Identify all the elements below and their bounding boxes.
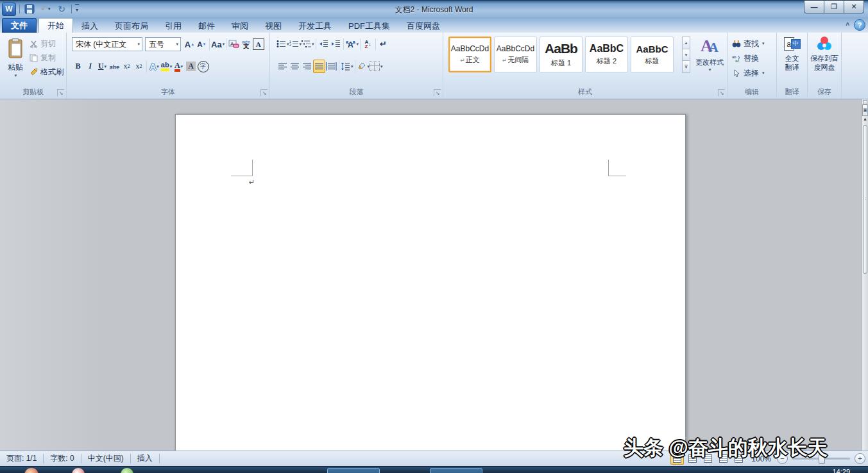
scroll-up-icon[interactable]: ▲ bbox=[862, 117, 868, 121]
clipboard-dialog-launcher[interactable]: ↘ bbox=[57, 89, 64, 96]
zoom-in-button[interactable]: + bbox=[855, 453, 865, 464]
paste-dropdown-icon[interactable]: ▾ bbox=[15, 73, 17, 78]
tab-insert[interactable]: 插入 bbox=[73, 19, 106, 33]
vertical-scrollbar[interactable]: ▣ ▲ bbox=[862, 99, 868, 451]
style-title[interactable]: AaBbC 标题 bbox=[631, 37, 674, 72]
styles-dialog-launcher[interactable]: ↘ bbox=[718, 89, 725, 96]
superscript-button[interactable]: x2 bbox=[133, 60, 145, 73]
distribute-button[interactable] bbox=[325, 60, 337, 73]
font-color-button[interactable]: A▾ bbox=[173, 60, 185, 73]
character-border-button[interactable]: A bbox=[252, 38, 264, 51]
tab-home[interactable]: 开始 bbox=[38, 18, 73, 33]
italic-button[interactable]: I bbox=[84, 60, 96, 73]
enclose-characters-button[interactable]: 字 bbox=[197, 60, 209, 73]
tab-file[interactable]: 文件 bbox=[2, 18, 37, 33]
bullet-list-icon bbox=[277, 40, 286, 48]
styles-more-button[interactable]: ▼ bbox=[682, 60, 690, 73]
taskbar-clock[interactable]: 14:29 bbox=[832, 468, 850, 473]
windows-taskbar[interactable]: 14:29 bbox=[0, 466, 868, 473]
clear-formatting-button[interactable]: A bbox=[228, 38, 240, 51]
restore-button[interactable]: ❐ bbox=[824, 1, 844, 13]
svg-text:A: A bbox=[348, 40, 353, 49]
split-handle[interactable] bbox=[863, 100, 867, 104]
tab-developer[interactable]: 开发工具 bbox=[290, 19, 340, 33]
multilevel-list-button[interactable]: ▾ bbox=[302, 37, 314, 51]
numbering-button[interactable]: 12 ▾ bbox=[289, 37, 302, 51]
pinyin-guide-button[interactable]: wén文 bbox=[240, 38, 252, 51]
find-button[interactable]: 查找▾ bbox=[732, 38, 765, 49]
styles-scroll-down-icon[interactable]: ▼ bbox=[682, 49, 690, 62]
language-indicator[interactable]: 中文(中国) bbox=[81, 451, 130, 466]
taskbar-app-icon[interactable] bbox=[72, 468, 85, 473]
tab-mailings[interactable]: 邮件 bbox=[190, 19, 223, 33]
increase-indent-button[interactable] bbox=[330, 37, 342, 51]
full-translate-button[interactable]: a 中 全文 翻译 bbox=[778, 37, 806, 72]
align-right-icon bbox=[302, 62, 312, 71]
align-right-button[interactable] bbox=[301, 60, 313, 73]
justify-button[interactable] bbox=[313, 60, 325, 73]
select-button[interactable]: 选择▾ bbox=[732, 67, 765, 79]
borders-button[interactable]: ▾ bbox=[370, 60, 383, 73]
font-size-value: 五号 bbox=[149, 39, 173, 50]
replace-button[interactable]: abac 替换 bbox=[732, 53, 765, 64]
increase-indent-icon bbox=[331, 40, 341, 48]
minimize-button[interactable]: — bbox=[804, 1, 824, 13]
style-no-spacing[interactable]: AaBbCcDd ↵无间隔 bbox=[494, 37, 537, 72]
shading-button[interactable]: ▾ bbox=[357, 60, 370, 73]
bold-button[interactable]: B bbox=[72, 60, 84, 73]
tab-baidu-pan[interactable]: 百度网盘 bbox=[398, 19, 448, 33]
line-spacing-button[interactable]: ▾ bbox=[341, 60, 353, 73]
align-center-button[interactable] bbox=[289, 60, 301, 73]
taskbar-app-icon[interactable] bbox=[121, 468, 133, 473]
scissors-icon bbox=[30, 40, 38, 48]
strikethrough-button[interactable]: abe bbox=[108, 60, 121, 73]
change-case-button[interactable]: Aa▾ bbox=[211, 38, 225, 51]
show-hide-marks-button[interactable]: ↵ bbox=[377, 37, 389, 51]
align-left-button[interactable] bbox=[277, 60, 289, 73]
highlight-color-button[interactable]: ab▾ bbox=[160, 60, 173, 73]
underline-button[interactable]: U▾ bbox=[96, 60, 108, 73]
tab-page-layout[interactable]: 页面布局 bbox=[106, 19, 157, 33]
clipboard-icon bbox=[7, 38, 24, 58]
paragraph-group: ▾ 12 ▾ ▾ A ▾ bbox=[270, 33, 443, 99]
font-dialog-launcher[interactable]: ↘ bbox=[260, 89, 268, 96]
subscript-button[interactable]: x2 bbox=[121, 60, 133, 73]
taskbar-window-button[interactable] bbox=[430, 468, 482, 473]
font-size-combo[interactable]: 五号 ▾ bbox=[145, 37, 181, 51]
tab-pdf-tools[interactable]: PDF工具集 bbox=[340, 19, 398, 33]
paragraph-dialog-launcher[interactable]: ↘ bbox=[434, 89, 441, 96]
asian-layout-button[interactable]: A ▾ bbox=[345, 37, 359, 51]
document-page[interactable]: ↵ bbox=[175, 114, 686, 451]
ruler-toggle-button[interactable]: ▣ bbox=[862, 104, 868, 116]
save-to-baidu-button[interactable]: 保存到百 度网盘 bbox=[809, 37, 840, 72]
collapse-ribbon-icon[interactable]: ^ bbox=[846, 22, 849, 29]
copy-button[interactable]: 复制 bbox=[30, 52, 64, 63]
insert-mode-indicator[interactable]: 插入 bbox=[131, 451, 159, 466]
page-indicator[interactable]: 页面: 1/1 bbox=[0, 451, 43, 466]
taskbar-window-button[interactable] bbox=[327, 468, 380, 473]
tab-review[interactable]: 审阅 bbox=[223, 19, 257, 33]
change-styles-button[interactable]: AA 更改样式 ▾ bbox=[694, 35, 726, 90]
paste-button[interactable]: 粘贴 ▾ bbox=[3, 37, 28, 90]
font-family-combo[interactable]: 宋体 (中文正文 ▾ bbox=[72, 37, 142, 51]
close-button[interactable]: ✕ bbox=[844, 1, 864, 13]
tab-references[interactable]: 引用 bbox=[157, 19, 190, 33]
styles-scroll-up-icon[interactable]: ▲ bbox=[682, 37, 690, 49]
style-normal[interactable]: AaBbCcDd ↵正文 bbox=[448, 37, 491, 72]
style-heading2[interactable]: AaBbC 标题 2 bbox=[585, 37, 628, 72]
style-heading1[interactable]: AaBb 标题 1 bbox=[540, 37, 583, 72]
word-count[interactable]: 字数: 0 bbox=[44, 451, 80, 466]
character-shading-button[interactable]: A bbox=[185, 60, 197, 73]
tab-view[interactable]: 视图 bbox=[257, 19, 290, 33]
format-painter-button[interactable]: 格式刷 bbox=[30, 66, 64, 78]
bullets-button[interactable]: ▾ bbox=[277, 37, 289, 51]
decrease-indent-button[interactable] bbox=[318, 37, 330, 51]
grow-font-button[interactable]: A▲ bbox=[183, 38, 196, 51]
help-button[interactable]: ? bbox=[854, 19, 865, 31]
shrink-font-button[interactable]: A▼ bbox=[196, 38, 208, 51]
text-effects-button[interactable]: A▾ bbox=[148, 60, 160, 73]
sort-button[interactable]: AZ ↓ bbox=[362, 37, 374, 51]
cut-button[interactable]: 剪切 bbox=[30, 38, 64, 49]
taskbar-app-icon[interactable] bbox=[24, 468, 38, 473]
scrollbar-thumb[interactable] bbox=[863, 125, 867, 274]
